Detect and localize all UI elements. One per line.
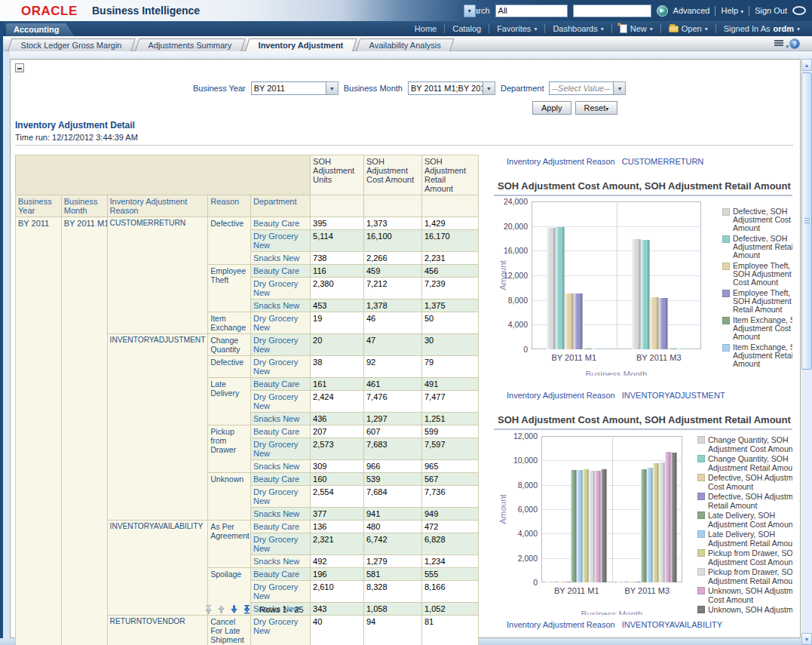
department-cell[interactable]: Dry Grocery New	[251, 616, 311, 645]
department-cell[interactable]: Beauty Care	[251, 568, 311, 581]
bar[interactable]	[556, 227, 565, 349]
dimension-header[interactable]: Business Month	[61, 195, 107, 217]
bar[interactable]	[659, 462, 665, 582]
bar[interactable]	[677, 349, 686, 349]
search-scope-value[interactable]: All	[495, 5, 568, 17]
scroll-up-icon[interactable]: ▲	[801, 59, 812, 71]
bar[interactable]	[668, 349, 677, 349]
chevron-down-icon[interactable]: ▼	[483, 81, 495, 95]
business-year-value[interactable]: BY 2011	[251, 81, 326, 95]
bar[interactable]	[659, 298, 668, 349]
search-scope-select[interactable]: All ▼	[495, 5, 568, 17]
department-cell[interactable]: Dry Grocery New	[251, 334, 311, 356]
tab-inventory-adjustment[interactable]: Inventory Adjustment	[245, 38, 357, 51]
tab-adjustments-summary[interactable]: Adjustments Summary	[135, 38, 245, 51]
department-select[interactable]: --Select Value-- ▼	[549, 81, 626, 95]
department-cell[interactable]: Snacks New	[251, 252, 311, 265]
bar[interactable]	[635, 582, 641, 582]
bar[interactable]	[583, 469, 589, 582]
apply-button[interactable]: Apply	[532, 101, 571, 115]
last-page-icon[interactable]	[242, 604, 252, 614]
department-cell[interactable]: Beauty Care	[251, 265, 311, 278]
business-month-select[interactable]: BY 2011 M1;BY 2011 ▼	[408, 81, 495, 95]
menu-open[interactable]: Open▾	[661, 24, 715, 33]
first-page-icon[interactable]	[204, 604, 213, 614]
business-month-value[interactable]: BY 2011 M1;BY 2011	[408, 81, 483, 95]
department-cell[interactable]: Beauty Care	[251, 473, 311, 486]
department-cell[interactable]: Snacks New	[251, 508, 311, 521]
department-cell[interactable]: Dry Grocery New	[251, 438, 311, 460]
bar[interactable]	[641, 469, 647, 582]
reset-button[interactable]: Reset▾	[575, 101, 618, 115]
bar[interactable]	[647, 468, 653, 582]
bar[interactable]	[553, 582, 559, 582]
business-year-select[interactable]: BY 2011 ▼	[251, 81, 339, 95]
dimension-header[interactable]: Department	[251, 195, 311, 217]
bar[interactable]	[583, 349, 592, 349]
tab-stock-ledger-gross-margin[interactable]: Stock Ledger Gross Margin	[8, 38, 135, 51]
menu-favorites[interactable]: Favorites▾	[489, 24, 544, 33]
department-value[interactable]: --Select Value--	[549, 81, 614, 95]
department-cell[interactable]: Beauty Care	[251, 425, 311, 438]
sign-out-link[interactable]: Sign Out	[755, 6, 787, 15]
department-cell[interactable]: Dry Grocery New	[251, 486, 311, 508]
department-cell[interactable]: Dry Grocery New	[251, 533, 311, 555]
bar[interactable]	[641, 240, 650, 349]
department-cell[interactable]: Dry Grocery New	[251, 391, 311, 413]
menu-new[interactable]: New▾	[612, 24, 660, 33]
department-cell[interactable]: Dry Grocery New	[251, 230, 311, 252]
tab-availability-analysis[interactable]: Availability Analysis	[356, 38, 455, 51]
vertical-scrollbar[interactable]: ▲ ▼	[801, 59, 812, 645]
menu-dashboards[interactable]: Dashboards▾	[545, 24, 611, 33]
bar[interactable]	[623, 582, 629, 582]
department-cell[interactable]: Dry Grocery New	[251, 312, 311, 334]
page-options-icon[interactable]	[774, 40, 783, 48]
scrollbar-thumb[interactable]	[801, 72, 812, 370]
search-input[interactable]	[573, 5, 651, 17]
department-cell[interactable]: Beauty Care	[251, 378, 311, 391]
department-cell[interactable]: Snacks New	[251, 555, 311, 568]
department-cell[interactable]: Dry Grocery New	[251, 356, 311, 378]
bar[interactable]	[571, 470, 577, 582]
bar[interactable]	[671, 453, 677, 582]
advanced-link[interactable]: Advanced	[673, 6, 710, 15]
chevron-down-icon[interactable]: ▼	[614, 81, 626, 95]
bar[interactable]	[653, 463, 659, 582]
prev-page-icon[interactable]	[216, 604, 226, 614]
dashboard-tab-accounting[interactable]: Accounting	[6, 23, 75, 36]
bar[interactable]	[577, 470, 583, 582]
bar[interactable]	[592, 349, 601, 349]
bar[interactable]	[632, 239, 641, 349]
bar[interactable]	[665, 452, 671, 582]
dimension-header[interactable]: Business Year	[16, 195, 62, 217]
department-cell[interactable]: Snacks New	[251, 460, 311, 473]
chevron-down-icon[interactable]: ▼	[464, 5, 476, 17]
department-cell[interactable]: Dry Grocery New	[251, 581, 311, 603]
bar[interactable]	[595, 471, 601, 582]
bar[interactable]	[589, 471, 595, 582]
bar[interactable]	[547, 582, 553, 582]
dimension-header[interactable]: Reason	[208, 195, 251, 217]
department-cell[interactable]: Snacks New	[251, 299, 311, 312]
department-cell[interactable]: Beauty Care	[251, 217, 311, 230]
bar[interactable]	[565, 582, 571, 582]
scroll-down-icon[interactable]: ▼	[801, 633, 812, 645]
bar[interactable]	[629, 582, 635, 582]
department-cell[interactable]: Beauty Care	[251, 521, 311, 533]
search-go-button[interactable]: ▶	[657, 5, 668, 17]
bar[interactable]	[559, 582, 565, 582]
next-page-icon[interactable]	[229, 604, 239, 614]
bar[interactable]	[601, 469, 607, 582]
department-cell[interactable]: Dry Grocery New	[251, 278, 311, 299]
bar[interactable]	[565, 293, 574, 349]
bar[interactable]	[574, 293, 583, 349]
collapse-section-icon[interactable]	[15, 63, 24, 72]
department-cell[interactable]: Snacks New	[251, 413, 311, 425]
help-icon[interactable]: ?	[789, 38, 800, 49]
bar[interactable]	[547, 228, 556, 349]
signed-in-menu[interactable]: Signed In Asordm▾	[716, 24, 807, 33]
bar[interactable]	[617, 582, 623, 582]
bar[interactable]	[650, 297, 659, 349]
dimension-header[interactable]: Inventory Adjustment Reason	[107, 195, 208, 217]
menu-home[interactable]: Home	[407, 24, 444, 33]
